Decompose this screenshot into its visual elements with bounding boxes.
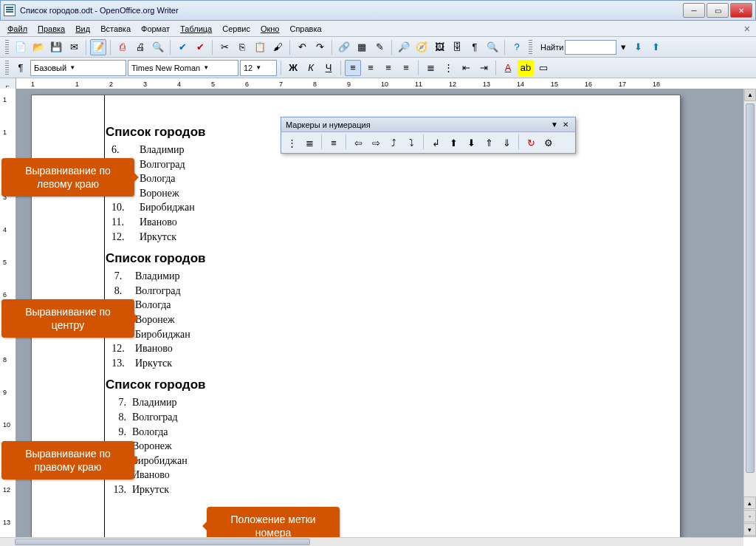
list-item[interactable]: 9.Вологда <box>98 298 614 313</box>
bold-button[interactable]: Ж <box>285 60 301 76</box>
menu-help[interactable]: Справка <box>285 23 326 35</box>
numbering-on-off-button[interactable]: ≣ <box>301 134 317 151</box>
list-item[interactable]: 10.Воронеж <box>98 313 614 327</box>
list-item[interactable]: 12.Иваново <box>98 468 614 482</box>
float-toolbar-titlebar[interactable]: Маркеры и нумерация ▼ ✕ <box>281 117 575 132</box>
list-item[interactable]: 9.Воронеж <box>98 186 614 201</box>
find-replace-button[interactable]: 🔎 <box>396 39 412 55</box>
insert-unnumbered-button[interactable]: ↲ <box>427 134 444 151</box>
gallery-button[interactable]: 🖼 <box>431 39 447 55</box>
align-center-button[interactable]: ≡ <box>362 60 379 76</box>
minimize-button[interactable]: ─ <box>683 3 705 18</box>
redo-button[interactable]: ↷ <box>312 39 328 55</box>
zoom-button[interactable]: 🔍 <box>484 39 501 55</box>
menu-file[interactable]: Файл <box>3 23 32 35</box>
paragraph-style-dropdown[interactable]: Базовый▼ <box>30 60 126 76</box>
list-left-aligned[interactable]: 6.Владимир7.Волгоград8.Вологда9.Воронеж1… <box>98 143 614 244</box>
list-item[interactable]: 10.Воронеж <box>98 439 614 454</box>
font-size-dropdown[interactable]: 12▼ <box>240 60 277 76</box>
menu-window[interactable]: Окно <box>256 23 284 35</box>
align-justify-button[interactable]: ≡ <box>398 60 414 76</box>
numbering-off-button[interactable]: ≡ <box>326 134 342 151</box>
menu-edit[interactable]: Правка <box>33 23 69 35</box>
move-up-button[interactable]: ⬆ <box>445 134 461 151</box>
list-item[interactable]: 13.Иркутск <box>98 482 614 497</box>
font-color-button[interactable]: A <box>500 60 516 76</box>
move-up-subpoints-button[interactable]: ⇑ <box>481 134 497 151</box>
float-toolbar-close[interactable]: ✕ <box>560 120 571 129</box>
underline-button[interactable]: Ч <box>320 60 337 76</box>
move-down-button[interactable]: ⬇ <box>463 134 479 151</box>
document-close-button[interactable]: × <box>741 23 753 35</box>
menu-tools[interactable]: Сервис <box>218 23 255 35</box>
find-dropdown[interactable]: ▾ <box>618 39 628 55</box>
promote-level-button[interactable]: ⇦ <box>350 134 366 151</box>
find-prev-button[interactable]: ⬆ <box>647 39 664 55</box>
increase-indent-button[interactable]: ⇥ <box>475 60 492 76</box>
show-draw-button[interactable]: ✎ <box>371 39 388 55</box>
align-left-button[interactable]: ≡ <box>345 60 361 76</box>
help-button[interactable]: ? <box>509 39 525 55</box>
demote-subpoints-button[interactable]: ⤵ <box>403 134 419 151</box>
menu-insert[interactable]: Вставка <box>96 23 135 35</box>
bullets-button[interactable]: ⋮ <box>440 60 456 76</box>
format-paintbrush-button[interactable]: 🖌 <box>269 39 286 55</box>
numbering-button[interactable]: ≣ <box>422 60 439 76</box>
list-item[interactable]: 11.Биробиджан <box>98 327 614 342</box>
data-sources-button[interactable]: 🗄 <box>449 39 465 55</box>
list-item[interactable]: 9.Вологда <box>98 425 614 440</box>
print-button[interactable]: 🖨 <box>132 39 148 55</box>
toolbar-grip[interactable] <box>5 40 9 55</box>
list-item[interactable]: 8.Волгоград <box>98 284 614 298</box>
list-center-aligned[interactable]: 7.Владимир8.Волгоград9.Вологда10.Воронеж… <box>98 269 614 370</box>
list-item[interactable]: 7.Владимир <box>98 269 614 284</box>
prev-page-button[interactable]: ▴ <box>743 496 756 509</box>
navigation-button[interactable]: ◦ <box>743 510 756 522</box>
scroll-up-button[interactable]: ▲ <box>744 89 756 101</box>
decrease-indent-button[interactable]: ⇤ <box>458 60 474 76</box>
move-down-subpoints-button[interactable]: ⇓ <box>498 134 515 151</box>
cut-button[interactable]: ✂ <box>216 39 233 55</box>
preview-button[interactable]: 🔍 <box>150 39 166 55</box>
paste-button[interactable]: 📋 <box>252 39 268 55</box>
heading[interactable]: Список городов <box>106 251 614 266</box>
list-item[interactable]: 8.Вологда <box>98 171 614 186</box>
vertical-scrollbar[interactable]: ▲ ▼ <box>743 89 756 537</box>
menu-format[interactable]: Формат <box>137 23 174 35</box>
edit-file-button[interactable]: 📝 <box>90 39 106 55</box>
list-item[interactable]: 7.Волгоград <box>98 157 614 172</box>
find-next-button[interactable]: ⬇ <box>630 39 646 55</box>
list-item[interactable]: 10.Биробиджан <box>98 200 614 215</box>
find-input[interactable] <box>565 40 616 55</box>
list-item[interactable]: 13.Иркутск <box>98 356 614 371</box>
highlight-button[interactable]: ab <box>518 60 534 76</box>
toolbar-grip[interactable] <box>5 61 9 75</box>
styles-button[interactable]: ¶ <box>13 60 29 76</box>
list-item[interactable]: 12.Иваново <box>98 341 614 356</box>
save-button[interactable]: 💾 <box>48 39 64 55</box>
table-button[interactable]: ▦ <box>354 39 370 55</box>
toolbar-grip[interactable] <box>529 40 532 55</box>
bullets-numbering-toolbar[interactable]: Маркеры и нумерация ▼ ✕ ⋮ ≣ ≡ ⇦ ⇨ ⤴ ⤵ ↲ … <box>281 117 576 154</box>
close-button[interactable]: ✕ <box>730 3 752 18</box>
promote-subpoints-button[interactable]: ⤴ <box>385 134 402 151</box>
demote-level-button[interactable]: ⇨ <box>368 134 384 151</box>
background-color-button[interactable]: ▭ <box>535 60 551 76</box>
bullets-on-off-button[interactable]: ⋮ <box>284 134 300 151</box>
float-toolbar-dropdown[interactable]: ▼ <box>549 120 560 129</box>
list-item[interactable]: 8.Волгоград <box>98 410 614 425</box>
horizontal-scrollbar[interactable] <box>0 537 743 546</box>
bullets-numbering-dialog-button[interactable]: ⚙ <box>540 134 557 151</box>
navigator-button[interactable]: 🧭 <box>413 39 430 55</box>
list-item[interactable]: 7.Владимир <box>98 395 614 410</box>
maximize-button[interactable]: ▭ <box>707 3 729 18</box>
scroll-thumb[interactable] <box>15 539 310 545</box>
hyperlink-button[interactable]: 🔗 <box>336 39 352 55</box>
font-name-dropdown[interactable]: Times New Roman▼ <box>128 60 238 76</box>
new-button[interactable]: 📄 <box>13 39 29 55</box>
undo-button[interactable]: ↶ <box>294 39 310 55</box>
nonprinting-button[interactable]: ¶ <box>467 39 483 55</box>
menu-table[interactable]: Таблица <box>176 23 216 35</box>
heading[interactable]: Список городов <box>106 378 614 392</box>
list-item[interactable]: 11.Иваново <box>98 215 614 230</box>
